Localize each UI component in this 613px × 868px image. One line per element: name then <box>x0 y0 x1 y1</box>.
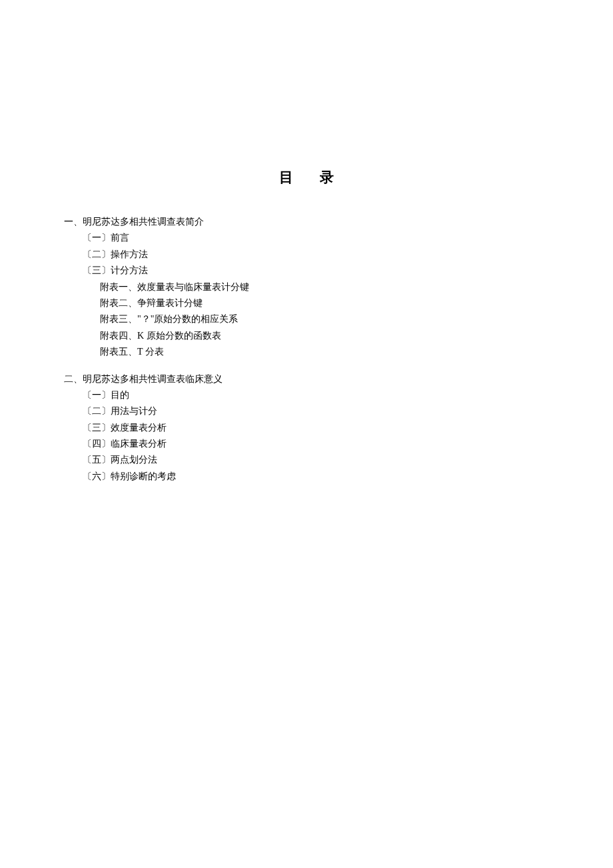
appendix-4: 附表四、K 原始分数的函数表 <box>64 329 613 343</box>
section-2-heading: 二、明尼苏达多相共性调查表临床意义 <box>64 372 613 387</box>
section-2-sub-5: 〔五〕两点划分法 <box>64 453 613 467</box>
section-2-sub-1: 〔一〕目的 <box>64 388 613 403</box>
appendix-2: 附表二、争辩量表计分键 <box>64 296 613 311</box>
section-1-sub-1: 〔一〕前言 <box>64 231 613 245</box>
section-2-sub-2: 〔二〕用法与计分 <box>64 404 613 419</box>
toc-content: 一、明尼苏达多相共性调查表简介 〔一〕前言 〔二〕操作方法 〔三〕计分方法 附表… <box>0 215 613 484</box>
page-title: 目录 <box>0 168 613 187</box>
section-2-sub-4: 〔四〕临床量表分析 <box>64 437 613 451</box>
section-1-sub-2: 〔二〕操作方法 <box>64 247 613 262</box>
appendix-1: 附表一、效度量表与临床量表计分键 <box>64 280 613 295</box>
section-1-sub-3: 〔三〕计分方法 <box>64 263 613 278</box>
appendix-3: 附表三、"？"原始分数的相应关系 <box>64 312 613 327</box>
appendix-5: 附表五、T 分表 <box>64 345 613 359</box>
section-2-sub-3: 〔三〕效度量表分析 <box>64 421 613 435</box>
section-1-heading: 一、明尼苏达多相共性调查表简介 <box>64 215 613 229</box>
section-2-sub-6: 〔六〕特别诊断的考虑 <box>64 469 613 484</box>
